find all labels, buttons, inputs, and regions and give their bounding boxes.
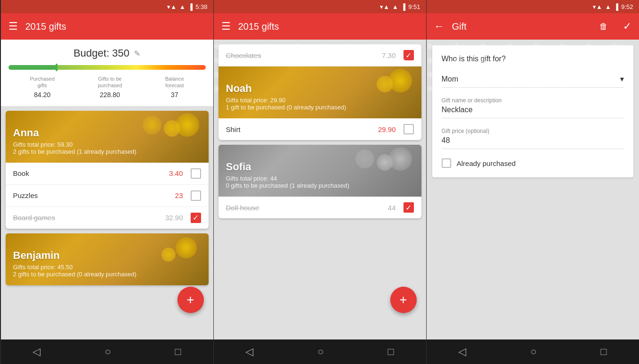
recent-nav-2[interactable]: □ — [378, 342, 403, 362]
gift-name-puzzles: Puzzles — [13, 191, 175, 199]
gift-price-dollhouse: 44 — [388, 204, 396, 212]
gift-name-shirt: Shirt — [226, 125, 378, 133]
delete-icon[interactable]: 🗑 — [599, 22, 608, 32]
gift-name-label: Gift name or description — [442, 97, 624, 104]
wifi-icon: ▲ — [179, 3, 185, 10]
stat-balance-label: Balance forecast — [165, 75, 184, 89]
gift-price-book: 3.40 — [169, 169, 183, 177]
sofia-name: Sofia — [226, 161, 414, 173]
gift-item-puzzles[interactable]: Puzzles 23 — [6, 185, 209, 207]
stat-balance-value: 37 — [165, 91, 184, 99]
stat-tobuy-value: 228.80 — [98, 91, 122, 99]
benjamin-name: Benjamin — [13, 249, 201, 262]
status-bar-1: ▾▲ ▲ ▐ 5:38 — [1, 0, 213, 13]
gift-name-chocolates: Chocolates — [226, 51, 382, 59]
stat-purchased-label: Purchased gifts — [30, 75, 55, 89]
fab-add-1[interactable]: + — [177, 287, 204, 313]
gift-checkbox-chocolates[interactable]: ✓ — [404, 50, 414, 60]
panel-1: ▾▲ ▲ ▐ 5:38 ☰ 2015 gifts Budget: 350 ✎ P… — [0, 0, 213, 364]
anna-subtitle: Gifts total price: 59.30 2 gifts to be p… — [13, 141, 201, 155]
who-select[interactable]: Mom ▾ — [442, 71, 624, 88]
gift-name-book: Book — [13, 169, 169, 177]
app-title-2: 2015 gifts — [238, 21, 419, 32]
fab-add-2[interactable]: + — [390, 287, 417, 313]
signal-icon-3: ▾▲ — [593, 3, 602, 10]
gift-checkbox-boardgames[interactable]: ✓ — [191, 213, 201, 223]
time-3: 9:52 — [621, 3, 633, 10]
menu-icon-1[interactable]: ☰ — [8, 20, 18, 33]
status-bar-2: ▾▲ ▲ ▐ 9:51 — [214, 0, 426, 13]
home-nav-2[interactable]: ○ — [308, 342, 333, 362]
gift-item-shirt[interactable]: Shirt 29.90 — [219, 118, 421, 140]
gift-price-value[interactable]: 48 — [442, 136, 624, 149]
time-1: 5:38 — [195, 3, 207, 10]
budget-title: Budget: 350 ✎ — [8, 47, 206, 59]
gift-name-value[interactable]: Necklace — [442, 106, 624, 118]
bottom-nav-3: ◁ ○ □ — [427, 339, 639, 364]
stat-balance: Balance forecast 37 — [165, 75, 184, 99]
back-nav-1[interactable]: ◁ — [23, 342, 50, 362]
content-1: Budget: 350 ✎ Purchased gifts 84.20 Gift… — [1, 40, 213, 339]
gift-price-chocolates: 7.30 — [382, 51, 395, 59]
gift-item-chocolates[interactable]: Chocolates 7.30 ✓ — [219, 44, 421, 66]
back-icon[interactable]: ← — [434, 20, 445, 33]
wifi-icon-3: ▲ — [605, 3, 611, 10]
already-purchased-checkbox[interactable] — [442, 158, 451, 168]
recent-nav-3[interactable]: □ — [591, 342, 616, 362]
home-nav-3[interactable]: ○ — [521, 342, 546, 362]
menu-icon-2[interactable]: ☰ — [221, 20, 231, 33]
signal-icon-2: ▾▲ — [380, 3, 389, 10]
confirm-icon[interactable]: ✓ — [623, 20, 631, 33]
budget-label: Budget: 350 — [74, 47, 130, 59]
battery-icon-3: ▐ — [614, 3, 618, 10]
already-purchased-label: Already purchased — [457, 159, 516, 167]
time-2: 9:51 — [408, 3, 420, 10]
noah-subtitle: Gifts total price: 29.90 1 gift to be pu… — [226, 97, 414, 111]
app-bar-1: ☰ 2015 gifts — [1, 13, 213, 40]
gift-name-group: Gift name or description Necklace — [442, 97, 624, 118]
edit-icon[interactable]: ✎ — [134, 49, 140, 58]
sofia-card[interactable]: Sofia Gifts total price: 44 0 gifts to b… — [219, 145, 421, 218]
status-bar-3: ▾▲ ▲ ▐ 9:52 — [427, 0, 639, 13]
battery-icon: ▐ — [188, 3, 193, 10]
who-label: Who is this gift for? — [442, 55, 624, 63]
gift-item-book[interactable]: Book 3.40 — [6, 163, 209, 185]
gift-price-shirt: 29.90 — [378, 125, 396, 133]
gift-price-puzzles: 23 — [175, 191, 183, 199]
who-value: Mom — [442, 75, 459, 83]
recent-nav-1[interactable]: □ — [165, 342, 190, 362]
stat-tobuy: Gifts to be purchased 228.80 — [98, 75, 122, 99]
budget-marker — [56, 64, 58, 71]
back-nav-3[interactable]: ◁ — [449, 342, 476, 362]
gift-price-label: Gift price (optional) — [442, 128, 624, 134]
gift-checkbox-book[interactable] — [191, 168, 201, 179]
anna-name: Anna — [13, 127, 201, 139]
app-title-1: 2015 gifts — [25, 21, 206, 32]
back-nav-2[interactable]: ◁ — [236, 342, 263, 362]
gift-name-boardgames: Board games — [13, 214, 165, 222]
already-purchased-row[interactable]: Already purchased — [442, 158, 624, 168]
benjamin-card[interactable]: Benjamin Gifts total price: 45.50 2 gift… — [6, 233, 209, 285]
app-bar-3: ← Gift 🗑 ✓ — [427, 13, 639, 40]
gift-item-dollhouse[interactable]: Doll house 44 ✓ — [219, 197, 421, 218]
gift-name-dollhouse: Doll house — [226, 204, 388, 212]
gift-checkbox-shirt[interactable] — [404, 124, 414, 134]
app-bar-2: ☰ 2015 gifts — [214, 13, 426, 40]
content-3: Who is this gift for? Mom ▾ Gift name or… — [427, 40, 639, 339]
gift-checkbox-dollhouse[interactable]: ✓ — [404, 202, 414, 213]
budget-section: Budget: 350 ✎ Purchased gifts 84.20 Gift… — [1, 40, 213, 106]
signal-icon: ▾▲ — [167, 3, 177, 10]
benjamin-subtitle: Gifts total price: 45.50 2 gifts to be p… — [13, 264, 201, 278]
noah-card[interactable]: Chocolates 7.30 ✓ Noah Gifts total price… — [219, 44, 421, 140]
panel-2: ▾▲ ▲ ▐ 9:51 ☰ 2015 gifts Chocolates 7.30… — [213, 0, 426, 364]
benjamin-header: Benjamin Gifts total price: 45.50 2 gift… — [6, 233, 209, 285]
wifi-icon-2: ▲ — [392, 3, 398, 10]
sofia-subtitle: Gifts total price: 44 0 gifts to be purc… — [226, 175, 414, 189]
dropdown-icon: ▾ — [620, 74, 624, 83]
anna-card[interactable]: Anna Gifts total price: 59.30 2 gifts to… — [6, 111, 209, 229]
home-nav-1[interactable]: ○ — [95, 342, 120, 362]
gift-item-boardgames[interactable]: Board games 32.90 ✓ — [6, 207, 209, 229]
stat-purchased-value: 84.20 — [30, 91, 55, 99]
gift-checkbox-puzzles[interactable] — [191, 190, 201, 201]
who-group: Who is this gift for? Mom ▾ — [442, 55, 624, 88]
